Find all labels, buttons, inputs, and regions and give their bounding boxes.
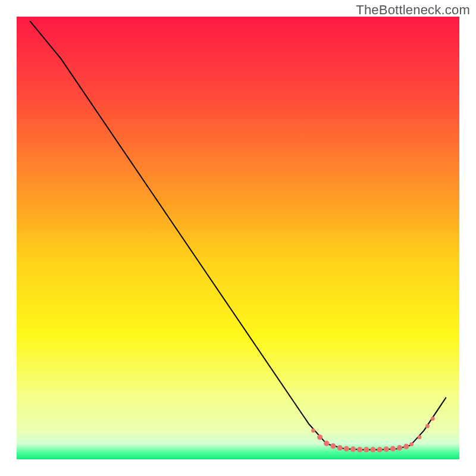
data-dot <box>337 445 343 450</box>
data-dot <box>377 447 382 452</box>
data-dot <box>350 446 356 452</box>
gradient-background <box>17 17 459 459</box>
data-dot <box>409 442 414 446</box>
data-dot <box>311 428 315 433</box>
bottleneck-chart <box>0 0 476 476</box>
data-dot <box>384 446 389 452</box>
data-dot <box>370 447 375 452</box>
data-dot <box>344 446 349 452</box>
data-dot <box>324 441 329 446</box>
data-dot <box>403 444 409 449</box>
data-dot <box>397 445 402 450</box>
watermark-text: TheBottleneck.com <box>356 2 470 18</box>
data-dot <box>418 435 422 439</box>
chart-container: TheBottleneck.com <box>0 0 476 476</box>
data-dot <box>431 416 435 421</box>
data-dot <box>425 424 430 428</box>
data-dot <box>317 434 322 440</box>
data-dot <box>364 447 369 452</box>
data-dot <box>357 447 362 452</box>
data-dot <box>390 446 396 452</box>
data-dot <box>330 443 336 449</box>
